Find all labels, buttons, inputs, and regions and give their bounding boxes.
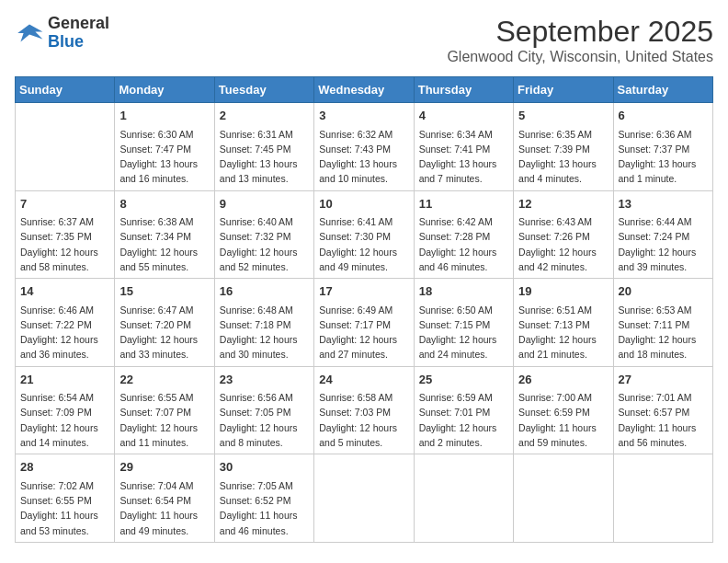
- day-info: Sunrise: 7:00 AM Sunset: 6:59 PM Dayligh…: [518, 390, 608, 450]
- calendar-cell: 25Sunrise: 6:59 AM Sunset: 7:01 PM Dayli…: [414, 366, 513, 454]
- day-number: 26: [518, 371, 608, 389]
- calendar-cell: 28Sunrise: 7:02 AM Sunset: 6:55 PM Dayli…: [16, 454, 115, 543]
- calendar-cell: 20Sunrise: 6:53 AM Sunset: 7:11 PM Dayli…: [613, 279, 712, 367]
- calendar-cell: 5Sunrise: 6:35 AM Sunset: 7:39 PM Daylig…: [514, 103, 613, 191]
- weekday-header-tuesday: Tuesday: [214, 77, 313, 103]
- calendar-cell: 4Sunrise: 6:34 AM Sunset: 7:41 PM Daylig…: [414, 103, 513, 191]
- day-number: 16: [220, 282, 309, 301]
- day-info: Sunrise: 6:54 AM Sunset: 7:09 PM Dayligh…: [20, 390, 109, 450]
- day-number: 3: [319, 107, 408, 125]
- day-info: Sunrise: 6:42 AM Sunset: 7:28 PM Dayligh…: [419, 214, 508, 274]
- calendar-cell: [514, 454, 613, 543]
- weekday-header-sunday: Sunday: [16, 77, 115, 103]
- day-info: Sunrise: 6:59 AM Sunset: 7:01 PM Dayligh…: [419, 390, 508, 450]
- day-info: Sunrise: 6:41 AM Sunset: 7:30 PM Dayligh…: [319, 214, 408, 274]
- day-number: 2: [220, 107, 309, 125]
- calendar-cell: 22Sunrise: 6:55 AM Sunset: 7:07 PM Dayli…: [115, 366, 214, 454]
- day-number: 29: [119, 458, 209, 477]
- day-number: 17: [319, 282, 408, 301]
- day-info: Sunrise: 6:58 AM Sunset: 7:03 PM Dayligh…: [319, 390, 408, 450]
- calendar-cell: 1Sunrise: 6:30 AM Sunset: 7:47 PM Daylig…: [115, 103, 214, 191]
- calendar-week-4: 21Sunrise: 6:54 AM Sunset: 7:09 PM Dayli…: [16, 366, 713, 454]
- calendar-cell: 2Sunrise: 6:31 AM Sunset: 7:45 PM Daylig…: [214, 103, 313, 191]
- location-title: Glenwood City, Wisconsin, United States: [447, 49, 713, 65]
- day-number: 15: [119, 282, 209, 301]
- day-number: 30: [220, 458, 309, 477]
- day-info: Sunrise: 6:51 AM Sunset: 7:13 PM Dayligh…: [518, 303, 608, 362]
- day-info: Sunrise: 6:43 AM Sunset: 7:26 PM Dayligh…: [518, 214, 608, 274]
- calendar-cell: [314, 454, 414, 543]
- day-info: Sunrise: 6:30 AM Sunset: 7:47 PM Dayligh…: [119, 127, 209, 187]
- calendar-cell: 10Sunrise: 6:41 AM Sunset: 7:30 PM Dayli…: [314, 190, 414, 279]
- logo-text: General Blue: [48, 15, 109, 52]
- calendar-cell: 7Sunrise: 6:37 AM Sunset: 7:35 PM Daylig…: [16, 190, 115, 279]
- day-number: 21: [20, 371, 109, 389]
- day-info: Sunrise: 6:55 AM Sunset: 7:07 PM Dayligh…: [119, 390, 209, 450]
- day-number: 11: [419, 195, 508, 213]
- day-number: 24: [319, 371, 408, 389]
- calendar-cell: 15Sunrise: 6:47 AM Sunset: 7:20 PM Dayli…: [115, 279, 214, 367]
- calendar-table: SundayMondayTuesdayWednesdayThursdayFrid…: [15, 76, 713, 543]
- day-info: Sunrise: 6:47 AM Sunset: 7:20 PM Dayligh…: [119, 303, 209, 362]
- day-info: Sunrise: 6:32 AM Sunset: 7:43 PM Dayligh…: [319, 127, 408, 187]
- calendar-cell: 19Sunrise: 6:51 AM Sunset: 7:13 PM Dayli…: [514, 279, 613, 367]
- day-number: 18: [419, 282, 508, 301]
- calendar-cell: 6Sunrise: 6:36 AM Sunset: 7:37 PM Daylig…: [613, 103, 712, 191]
- calendar-cell: 16Sunrise: 6:48 AM Sunset: 7:18 PM Dayli…: [214, 279, 313, 367]
- calendar-cell: 12Sunrise: 6:43 AM Sunset: 7:26 PM Dayli…: [514, 190, 613, 279]
- calendar-cell: 30Sunrise: 7:05 AM Sunset: 6:52 PM Dayli…: [214, 454, 313, 543]
- day-number: 5: [518, 107, 608, 125]
- day-info: Sunrise: 6:37 AM Sunset: 7:35 PM Dayligh…: [20, 214, 109, 274]
- calendar-cell: 24Sunrise: 6:58 AM Sunset: 7:03 PM Dayli…: [314, 366, 414, 454]
- calendar-cell: 23Sunrise: 6:56 AM Sunset: 7:05 PM Dayli…: [214, 366, 313, 454]
- day-number: 25: [419, 371, 508, 389]
- calendar-body: 1Sunrise: 6:30 AM Sunset: 7:47 PM Daylig…: [16, 103, 713, 543]
- day-info: Sunrise: 6:35 AM Sunset: 7:39 PM Dayligh…: [518, 127, 608, 187]
- calendar-cell: 17Sunrise: 6:49 AM Sunset: 7:17 PM Dayli…: [314, 279, 414, 367]
- calendar-week-1: 1Sunrise: 6:30 AM Sunset: 7:47 PM Daylig…: [16, 103, 713, 191]
- day-info: Sunrise: 6:46 AM Sunset: 7:22 PM Dayligh…: [20, 303, 109, 362]
- day-number: 8: [119, 195, 209, 213]
- day-number: 12: [518, 195, 608, 213]
- calendar-week-2: 7Sunrise: 6:37 AM Sunset: 7:35 PM Daylig…: [16, 190, 713, 279]
- month-title: September 2025: [447, 15, 713, 49]
- day-number: 6: [619, 107, 708, 125]
- calendar-header: SundayMondayTuesdayWednesdayThursdayFrid…: [16, 77, 713, 103]
- day-number: 28: [20, 458, 109, 477]
- day-info: Sunrise: 7:05 AM Sunset: 6:52 PM Dayligh…: [220, 478, 309, 538]
- title-block: September 2025 Glenwood City, Wisconsin,…: [447, 15, 713, 65]
- day-number: 20: [619, 282, 708, 301]
- svg-marker-0: [17, 24, 42, 41]
- calendar-cell: 9Sunrise: 6:40 AM Sunset: 7:32 PM Daylig…: [214, 190, 313, 279]
- day-number: 22: [119, 371, 209, 389]
- logo-line1: General: [48, 15, 109, 33]
- calendar-cell: [16, 103, 115, 191]
- day-info: Sunrise: 6:38 AM Sunset: 7:34 PM Dayligh…: [119, 214, 209, 274]
- logo: General Blue: [15, 15, 109, 52]
- day-number: 19: [518, 282, 608, 301]
- logo-line2: Blue: [48, 33, 109, 52]
- calendar-cell: 29Sunrise: 7:04 AM Sunset: 6:54 PM Dayli…: [115, 454, 214, 543]
- day-number: 4: [419, 107, 508, 125]
- day-info: Sunrise: 6:49 AM Sunset: 7:17 PM Dayligh…: [319, 303, 408, 362]
- calendar-week-5: 28Sunrise: 7:02 AM Sunset: 6:55 PM Dayli…: [16, 454, 713, 543]
- day-number: 10: [319, 195, 408, 213]
- weekday-header-monday: Monday: [115, 77, 214, 103]
- day-info: Sunrise: 7:01 AM Sunset: 6:57 PM Dayligh…: [619, 390, 708, 450]
- calendar-cell: 14Sunrise: 6:46 AM Sunset: 7:22 PM Dayli…: [16, 279, 115, 367]
- day-info: Sunrise: 6:48 AM Sunset: 7:18 PM Dayligh…: [220, 303, 309, 362]
- day-info: Sunrise: 7:04 AM Sunset: 6:54 PM Dayligh…: [119, 478, 209, 538]
- calendar-cell: 21Sunrise: 6:54 AM Sunset: 7:09 PM Dayli…: [16, 366, 115, 454]
- calendar-cell: 18Sunrise: 6:50 AM Sunset: 7:15 PM Dayli…: [414, 279, 513, 367]
- calendar-cell: 27Sunrise: 7:01 AM Sunset: 6:57 PM Dayli…: [613, 366, 712, 454]
- day-number: 14: [20, 282, 109, 301]
- weekday-header-saturday: Saturday: [613, 77, 712, 103]
- weekday-header-friday: Friday: [514, 77, 613, 103]
- day-number: 13: [619, 195, 708, 213]
- page-header: General Blue September 2025 Glenwood Cit…: [15, 15, 713, 65]
- logo-icon: [15, 18, 44, 48]
- calendar-cell: 11Sunrise: 6:42 AM Sunset: 7:28 PM Dayli…: [414, 190, 513, 279]
- day-number: 1: [119, 107, 209, 125]
- day-number: 9: [220, 195, 309, 213]
- day-number: 23: [220, 371, 309, 389]
